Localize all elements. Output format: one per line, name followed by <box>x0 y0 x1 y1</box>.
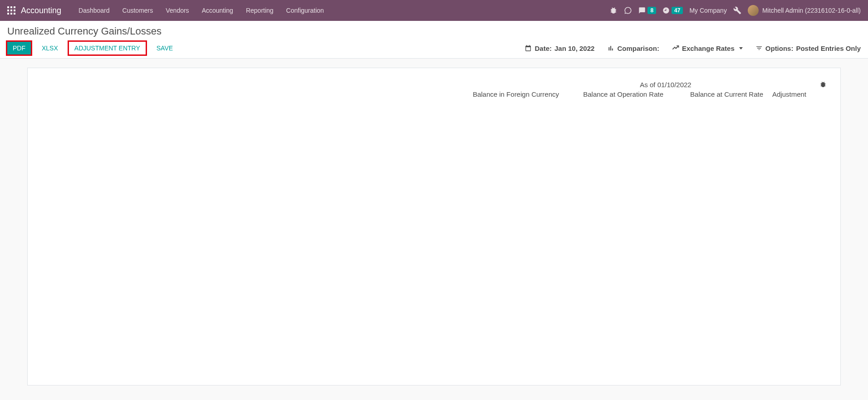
svg-rect-3 <box>7 10 9 11</box>
options-value: Posted Entries Only <box>796 44 861 52</box>
page-title: Unrealized Currency Gains/Losses <box>7 25 861 37</box>
actions-row: PDF XLSX ADJUSTMENT ENTRY SAVE Date: Jan… <box>7 42 861 58</box>
chat-icon <box>638 7 646 14</box>
navbar-right: 8 47 My Company Mitchell Admin (22316102… <box>609 5 861 16</box>
tools-icon[interactable] <box>733 6 741 15</box>
svg-rect-7 <box>10 13 12 15</box>
report-header-grid: As of 01/10/2022 Balance in Foreign Curr… <box>41 81 827 98</box>
svg-rect-0 <box>7 6 9 8</box>
nav-menu: Dashboard Customers Vendors Accounting R… <box>72 0 330 21</box>
svg-rect-8 <box>14 13 15 15</box>
company-switcher[interactable]: My Company <box>689 7 726 14</box>
date-label: Date: <box>535 44 552 52</box>
calendar-icon <box>525 44 532 52</box>
bug-icon[interactable] <box>609 6 618 15</box>
user-name: Mitchell Admin (22316102-16-0-all) <box>762 7 861 14</box>
date-value: Jan 10, 2022 <box>554 44 594 52</box>
top-navbar: Accounting Dashboard Customers Vendors A… <box>0 0 868 21</box>
clock-icon <box>662 7 670 14</box>
nav-configuration[interactable]: Configuration <box>280 0 330 21</box>
exchange-rates-filter[interactable]: Exchange Rates <box>672 44 743 52</box>
col-balance-operation: Balance at Operation Rate <box>568 90 663 98</box>
right-filters: Date: Jan 10, 2022 Comparison: Exchange … <box>525 44 861 52</box>
adjustment-entry-button[interactable]: ADJUSTMENT ENTRY <box>69 42 146 54</box>
comparison-label: Comparison: <box>617 44 659 52</box>
svg-rect-5 <box>14 10 15 11</box>
report-bug-icon[interactable] <box>819 81 827 89</box>
xlsx-button[interactable]: XLSX <box>36 42 64 54</box>
bar-chart-icon <box>607 44 614 52</box>
activities-button[interactable]: 47 <box>662 7 683 14</box>
apps-icon[interactable] <box>7 6 15 15</box>
comparison-filter[interactable]: Comparison: <box>607 44 659 52</box>
line-chart-icon <box>672 44 679 52</box>
user-menu[interactable]: Mitchell Admin (22316102-16-0-all) <box>748 5 861 16</box>
save-button[interactable]: SAVE <box>151 42 178 54</box>
nav-vendors[interactable]: Vendors <box>159 0 195 21</box>
options-filter[interactable]: Options: Posted Entries Only <box>755 44 861 52</box>
content-scroll[interactable]: As of 01/10/2022 Balance in Foreign Curr… <box>0 59 868 390</box>
report-card: As of 01/10/2022 Balance in Foreign Curr… <box>27 68 841 385</box>
col-adjustment: Adjustment <box>772 90 827 98</box>
date-filter[interactable]: Date: Jan 10, 2022 <box>525 44 594 52</box>
support-icon[interactable] <box>624 6 632 15</box>
activities-badge: 47 <box>672 7 683 14</box>
exchange-rates-label: Exchange Rates <box>682 44 735 52</box>
nav-customers[interactable]: Customers <box>116 0 160 21</box>
svg-rect-6 <box>7 13 9 15</box>
svg-rect-2 <box>14 6 15 8</box>
messages-button[interactable]: 8 <box>638 7 656 14</box>
chevron-down-icon <box>739 47 743 49</box>
pdf-button[interactable]: PDF <box>7 42 31 54</box>
app-brand[interactable]: Accounting <box>21 6 61 15</box>
as-of-label: As of 01/10/2022 <box>568 81 763 89</box>
svg-rect-4 <box>10 10 12 11</box>
control-panel: Unrealized Currency Gains/Losses PDF XLS… <box>0 21 868 59</box>
nav-accounting[interactable]: Accounting <box>196 0 240 21</box>
left-actions: PDF XLSX ADJUSTMENT ENTRY SAVE <box>7 42 178 54</box>
col-balance-current: Balance at Current Rate <box>672 90 763 98</box>
nav-dashboard[interactable]: Dashboard <box>72 0 116 21</box>
avatar <box>748 5 759 16</box>
filter-icon <box>755 44 763 52</box>
svg-rect-1 <box>10 6 12 8</box>
col-balance-foreign: Balance in Foreign Currency <box>468 90 559 98</box>
nav-reporting[interactable]: Reporting <box>240 0 280 21</box>
messages-badge: 8 <box>647 7 656 14</box>
options-label: Options: <box>765 44 794 52</box>
